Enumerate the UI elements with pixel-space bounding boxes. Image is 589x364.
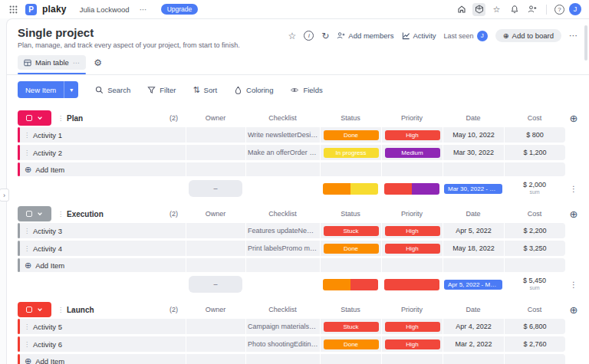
- info-icon[interactable]: i: [304, 31, 314, 41]
- invite-person-icon[interactable]: [525, 3, 538, 16]
- checklist-cell[interactable]: Photo shootingEditingLa...: [245, 336, 320, 352]
- date-value[interactable]: Apr 4, 2022: [456, 323, 492, 330]
- new-item-caret-icon[interactable]: ▾: [64, 81, 78, 98]
- group-checkbox[interactable]: [18, 110, 51, 126]
- add-to-board-button[interactable]: ⊕ Add to board: [495, 29, 561, 42]
- priority-badge[interactable]: High: [385, 244, 440, 254]
- bell-icon[interactable]: [508, 3, 521, 16]
- date-value[interactable]: May 10, 2022: [452, 131, 495, 139]
- item-name[interactable]: Activity 5: [33, 323, 62, 331]
- upgrade-button[interactable]: Upgrade: [161, 4, 199, 15]
- priority-badge[interactable]: High: [385, 339, 440, 349]
- workspace-menu-icon[interactable]: ⋯: [140, 5, 148, 14]
- cost-value[interactable]: $ 6,800: [523, 323, 546, 330]
- brand-name[interactable]: plaky: [42, 4, 67, 15]
- checklist-cell[interactable]: Make an offerOrder new l...: [245, 145, 320, 160]
- column-header[interactable]: Status: [320, 302, 381, 317]
- header-menu-icon[interactable]: ⋯: [569, 31, 578, 41]
- status-badge[interactable]: Done: [324, 339, 379, 349]
- star-icon[interactable]: ☆: [490, 3, 503, 16]
- user-avatar[interactable]: J: [569, 3, 581, 15]
- table-row[interactable]: ⋮ Activity 1 Write newsletterDesign r...…: [18, 127, 578, 143]
- table-row[interactable]: ⋮ Activity 2 Make an offerOrder new l...…: [18, 145, 578, 160]
- add-column-button[interactable]: ⊕: [570, 305, 578, 315]
- favorite-star-icon[interactable]: ☆: [288, 31, 297, 41]
- owner-summary-pill[interactable]: –: [189, 180, 242, 197]
- checklist-cell[interactable]: Campaign materialsUpd...: [245, 319, 320, 334]
- add-members-button[interactable]: Add members: [337, 31, 393, 40]
- fields-button[interactable]: Fields: [290, 86, 322, 94]
- owner-cell[interactable]: [186, 127, 245, 143]
- workspace-name[interactable]: Julia Lockwood: [80, 5, 130, 14]
- column-header[interactable]: Cost: [504, 110, 565, 126]
- owner-summary-pill[interactable]: –: [189, 276, 242, 293]
- drag-handle-icon[interactable]: ⋮: [24, 245, 30, 252]
- column-header[interactable]: Status: [320, 206, 381, 221]
- add-column-button[interactable]: ⊕: [570, 209, 578, 219]
- group-name[interactable]: Execution: [67, 210, 104, 218]
- column-header[interactable]: Priority: [381, 110, 443, 126]
- checklist-cell[interactable]: Write newsletterDesign r...: [245, 127, 320, 143]
- drag-handle-icon[interactable]: ⋮: [58, 307, 64, 313]
- add-item-row[interactable]: ⊕ Add Item: [18, 162, 578, 176]
- column-header[interactable]: Date: [443, 110, 504, 126]
- status-badge[interactable]: In progress: [324, 148, 379, 158]
- date-value[interactable]: May 18, 2022: [452, 244, 495, 252]
- tab-main-table[interactable]: Main table ⋯: [18, 55, 86, 74]
- help-icon[interactable]: ?: [554, 5, 564, 15]
- item-name[interactable]: Activity 3: [33, 227, 62, 235]
- status-distribution-bar[interactable]: [323, 183, 378, 195]
- date-range-pill[interactable]: Apr 5, 2022 - May 18,...: [444, 280, 502, 290]
- group-menu-icon[interactable]: ⋮: [570, 185, 577, 193]
- coloring-button[interactable]: Coloring: [234, 86, 273, 94]
- column-header[interactable]: Priority: [381, 206, 443, 221]
- group-checkbox[interactable]: [18, 302, 51, 317]
- checklist-cell[interactable]: Features updateNew tec...: [245, 223, 320, 238]
- column-header[interactable]: Date: [443, 206, 504, 221]
- item-name[interactable]: Activity 6: [33, 340, 62, 349]
- cost-value[interactable]: $ 2,200: [523, 227, 546, 234]
- column-header[interactable]: Priority: [381, 302, 443, 317]
- status-badge[interactable]: Done: [324, 244, 379, 254]
- owner-cell[interactable]: [186, 319, 245, 334]
- column-header[interactable]: Checklist: [245, 206, 320, 221]
- cost-value[interactable]: $ 1,200: [523, 149, 546, 156]
- apps-grid-icon[interactable]: [6, 2, 20, 16]
- search-button[interactable]: Search: [95, 86, 130, 94]
- priority-badge[interactable]: High: [385, 226, 440, 236]
- column-header[interactable]: Owner: [186, 206, 245, 221]
- status-badge[interactable]: Stuck: [324, 226, 379, 236]
- drag-handle-icon[interactable]: ⋮: [24, 149, 30, 156]
- owner-cell[interactable]: [186, 145, 245, 160]
- owner-cell[interactable]: [186, 336, 245, 352]
- group-menu-icon[interactable]: ⋮: [570, 280, 577, 289]
- boards-cube-icon[interactable]: [472, 3, 485, 16]
- filter-button[interactable]: Filter: [147, 86, 176, 94]
- status-distribution-bar[interactable]: [323, 279, 378, 290]
- status-badge[interactable]: Stuck: [324, 322, 379, 332]
- priority-badge[interactable]: High: [385, 130, 440, 140]
- drag-handle-icon[interactable]: ⋮: [58, 211, 64, 218]
- column-header[interactable]: Status: [320, 110, 381, 126]
- add-item-row[interactable]: ⊕ Add Item: [18, 258, 578, 272]
- item-name[interactable]: Activity 1: [33, 131, 62, 139]
- checklist-cell[interactable]: Print labelsPromo materi...: [245, 241, 320, 256]
- cost-value[interactable]: $ 2,760: [523, 340, 546, 348]
- column-header[interactable]: Date: [443, 302, 504, 317]
- column-header[interactable]: Cost: [504, 302, 565, 317]
- date-value[interactable]: Mar 30, 2022: [453, 149, 494, 156]
- item-name[interactable]: Activity 2: [33, 149, 62, 157]
- column-header[interactable]: Cost: [504, 206, 565, 221]
- activity-button[interactable]: Activity: [402, 31, 436, 40]
- group-name[interactable]: Launch: [67, 306, 94, 314]
- drag-handle-icon[interactable]: ⋮: [58, 115, 64, 122]
- column-header[interactable]: Owner: [186, 302, 245, 317]
- tab-menu-icon[interactable]: ⋯: [73, 58, 81, 67]
- owner-cell[interactable]: [186, 241, 245, 256]
- table-row[interactable]: ⋮ Activity 6 Photo shootingEditingLa... …: [18, 336, 578, 352]
- owner-cell[interactable]: [186, 223, 245, 238]
- group-checkbox[interactable]: [18, 206, 51, 221]
- priority-badge[interactable]: Medium: [385, 148, 440, 158]
- status-badge[interactable]: Done: [324, 130, 379, 140]
- date-value[interactable]: Apr 5, 2022: [456, 227, 492, 234]
